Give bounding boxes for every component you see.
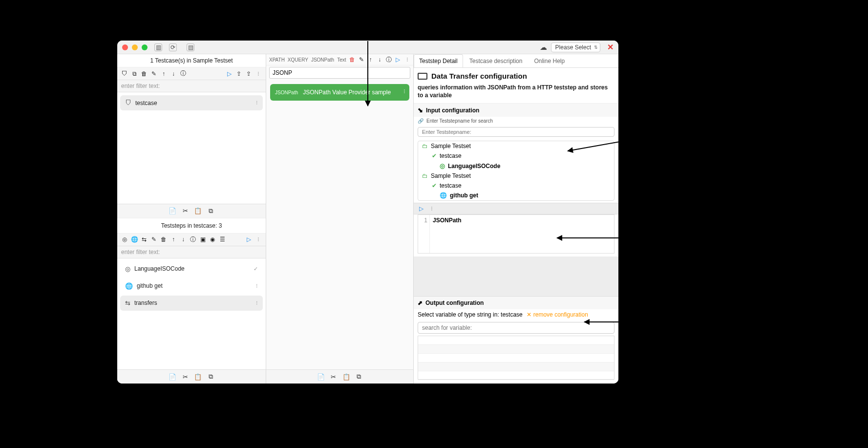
paste-icon[interactable]: 📋	[194, 207, 202, 215]
providers-clipboard-bar: 📄 ✂ 📋 ⧉	[266, 369, 413, 384]
info-icon[interactable]: ⓘ	[180, 70, 187, 77]
teststep-row-github[interactable]: 🌐 github get ⁝	[120, 278, 263, 294]
detail-description: queries information with JSONPath from a…	[414, 84, 618, 104]
tree-group[interactable]: 🗀Sample Testset	[418, 141, 614, 151]
copy-icon[interactable]: ⧉	[131, 70, 138, 77]
teststep-label: LanguageISOCode	[134, 265, 185, 272]
sync-icon[interactable]: ⟳	[169, 43, 177, 51]
table-row[interactable]	[418, 336, 614, 345]
testcases-clipboard-bar: 📄 ✂ 📋 ⧉	[117, 204, 266, 218]
variable-table[interactable]	[418, 336, 614, 380]
type-xpath[interactable]: XPATH	[269, 57, 285, 63]
close-icon[interactable]: ✕	[607, 43, 614, 52]
teststep-row-language[interactable]: ◎ LanguageISOCode ✓	[120, 261, 263, 277]
testcase-row[interactable]: ⛉ testcase ⁝	[120, 95, 263, 110]
output-arrow-icon: ⬈	[418, 299, 423, 306]
tree-label: github get	[450, 192, 478, 199]
window-minimize-button[interactable]	[132, 44, 138, 50]
input-search-label: Enter Teststepname for search	[426, 118, 493, 124]
square-icon[interactable]: ▣	[199, 236, 206, 243]
window-zoom-button[interactable]	[142, 44, 148, 50]
tree-teststep-language[interactable]: ◎LanguageISOCode	[418, 161, 614, 171]
cut-icon[interactable]: ✂	[181, 207, 189, 215]
arrow-down-icon[interactable]: ↓	[180, 236, 187, 243]
copy-icon[interactable]: 📄	[169, 207, 176, 215]
teststeps-list: ◎ LanguageISOCode ✓ 🌐 github get ⁝ ⇆ tra…	[117, 258, 266, 370]
cut-icon[interactable]: ✂	[181, 373, 189, 381]
info-icon[interactable]: ⓘ	[386, 56, 392, 63]
sidebar-toggle-icon[interactable]: ▥	[154, 43, 162, 51]
duplicate-icon[interactable]: ⧉	[207, 373, 214, 381]
target-icon[interactable]: ◎	[121, 236, 128, 243]
trash-icon[interactable]: 🗑	[160, 236, 167, 243]
transfer-icon[interactable]: ⇆	[141, 236, 148, 243]
trash-icon[interactable]: 🗑	[349, 56, 356, 63]
arrow-up-icon[interactable]: ↑	[170, 236, 177, 243]
type-text[interactable]: Text	[337, 57, 346, 63]
tree-teststep-github[interactable]: 🌐github get	[418, 191, 614, 200]
teststep-row-transfers[interactable]: ⇆ transfers ⁝	[120, 296, 263, 311]
edit-icon[interactable]: ✎	[358, 56, 364, 63]
export-icon[interactable]: ⇪	[235, 70, 242, 77]
window-close-button[interactable]	[122, 44, 128, 50]
tree-item[interactable]: ✔︎testcase	[418, 181, 614, 191]
grip-icon[interactable]: ⁝	[428, 205, 435, 212]
tab-teststep-detail[interactable]: Teststep Detail	[414, 54, 463, 67]
teststeps-title: Teststeps in testcase: 3	[117, 218, 266, 234]
input-search-field[interactable]	[418, 127, 614, 137]
play-icon[interactable]: ▷	[418, 205, 424, 212]
grip-icon[interactable]: ⁝	[255, 70, 262, 77]
code-gutter: 1	[418, 215, 430, 253]
tree-group[interactable]: 🗀Sample Testset	[418, 171, 614, 181]
grip-icon: ⁝	[403, 88, 405, 95]
teststeps-filter-input[interactable]	[117, 246, 266, 258]
arrow-up-icon[interactable]: ↑	[160, 70, 167, 77]
copy-icon[interactable]: 📄	[169, 373, 176, 381]
tree-item[interactable]: ✔︎testcase	[418, 151, 614, 161]
code-content: JSONPath	[430, 215, 465, 253]
annotation-pointer-down	[367, 41, 368, 106]
testcases-filter-input[interactable]	[117, 80, 266, 92]
table-row[interactable]	[418, 345, 614, 354]
play-icon[interactable]: ▷	[395, 56, 401, 63]
detail-header: Data Transfer configuration	[414, 68, 618, 84]
code-editor[interactable]: 1 JSONPath	[418, 214, 614, 254]
grip-icon[interactable]: ⁝	[404, 56, 410, 63]
remove-configuration-link[interactable]: ✕ remove configuration	[527, 311, 588, 318]
list-icon[interactable]: ☰	[219, 236, 226, 243]
paste-icon[interactable]: 📋	[342, 373, 350, 381]
edit-icon[interactable]: ✎	[150, 70, 157, 77]
play-icon[interactable]: ▷	[245, 236, 252, 243]
edit-icon[interactable]: ✎	[150, 236, 157, 243]
cut-icon[interactable]: ✂	[330, 373, 338, 381]
globe-icon[interactable]: 🌐	[131, 236, 138, 243]
arrow-down-icon[interactable]: ↓	[377, 56, 383, 63]
output-config-title: ⬈ Output configuration	[414, 296, 618, 309]
copy-icon[interactable]: 📄	[317, 373, 325, 381]
duplicate-icon[interactable]: ⧉	[207, 207, 214, 215]
record-icon[interactable]: ◉	[209, 236, 216, 243]
tab-online-help[interactable]: Online Help	[529, 54, 570, 67]
table-row[interactable]	[418, 354, 614, 363]
detail-title: Data Transfer configuration	[431, 72, 527, 80]
env-select[interactable]: Please Select ⇅	[551, 43, 600, 52]
provider-row[interactable]: JSONPath JSONPath Value Provider sample …	[270, 84, 409, 101]
trash-icon[interactable]: 🗑	[141, 70, 148, 77]
shield-icon[interactable]: ⛉	[121, 70, 128, 77]
table-row[interactable]	[418, 363, 614, 371]
export2-icon[interactable]: ⇪	[245, 70, 252, 77]
arrow-down-icon[interactable]: ↓	[170, 70, 177, 77]
grip-icon[interactable]: ⁝	[255, 236, 262, 243]
target-icon: ◎	[440, 162, 445, 170]
type-jsonpath[interactable]: JSONPath	[311, 57, 334, 63]
link-icon: 🔗	[418, 118, 423, 124]
tab-testcase-description[interactable]: Testcase description	[464, 54, 528, 67]
provider-name-input[interactable]	[269, 67, 410, 79]
play-icon[interactable]: ▷	[226, 70, 233, 77]
document-icon[interactable]: ▤	[187, 43, 194, 51]
type-xquery[interactable]: XQUERY	[288, 57, 308, 63]
info-icon[interactable]: ⓘ	[190, 236, 196, 243]
duplicate-icon[interactable]: ⧉	[355, 373, 363, 381]
table-row[interactable]	[418, 371, 614, 380]
paste-icon[interactable]: 📋	[194, 373, 202, 381]
